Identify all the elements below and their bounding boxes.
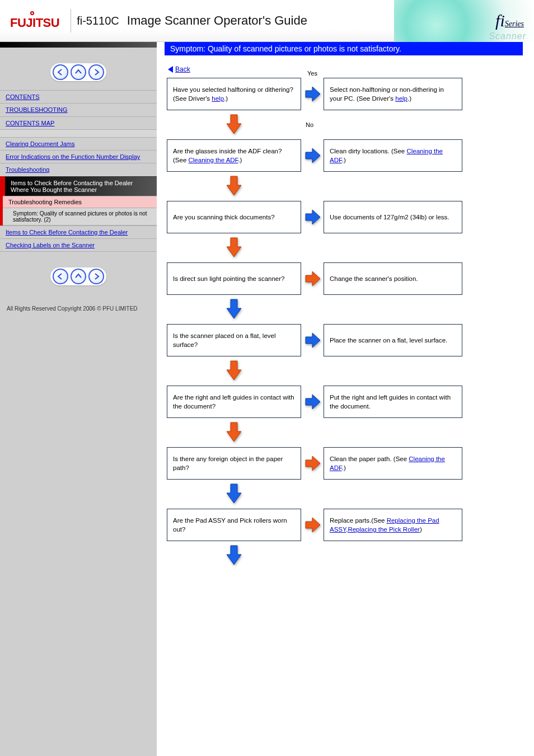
flow-v-arrow-cell (167, 480, 301, 509)
flow-answer-box: Put the right and left guides in contact… (324, 386, 462, 418)
flow-v-arrow-cell (167, 172, 301, 201)
arrow-right-orange-icon (305, 454, 320, 473)
flow-v-arrow-row (167, 418, 523, 447)
header-right-graphic: fiSeries Scanner (394, 0, 534, 42)
sidebar-item[interactable]: Items to Check Before Contacting the Dea… (0, 226, 157, 238)
nav-buttons-top (0, 48, 157, 90)
nav-up-button-bottom[interactable] (71, 269, 86, 284)
flow-v-arrow-row (167, 541, 523, 570)
sidebar-item[interactable]: TROUBLESHOOTING (0, 103, 157, 116)
flow-question-box: Are the glasses inside the ADF clean? (S… (167, 139, 301, 172)
nav-prev-button-bottom[interactable] (53, 269, 68, 284)
nav-button-group-bottom (50, 267, 106, 285)
flow-answer-box: Clean dirty locations. (See Cleaning the… (324, 139, 462, 172)
flow-question-box: Are you scanning thick documents? (167, 201, 301, 233)
sidebar-spacer (0, 129, 157, 137)
sidebar-item[interactable]: Troubleshooting (0, 163, 157, 176)
arrow-down-orange-icon (224, 237, 243, 259)
flow-step-row: Are the glasses inside the ADF clean? (S… (167, 139, 523, 172)
flow-answer-box: Use documents of 127g/m2 (34lb) or less. (324, 201, 462, 233)
arrow-down-orange-icon (224, 175, 243, 198)
main-content: Symptom: Quality of scanned pictures or … (157, 42, 534, 756)
arrow-right-blue-icon (305, 208, 320, 227)
sidebar-item[interactable]: Clearing Document Jams (0, 137, 157, 150)
nav-prev-button[interactable] (53, 64, 68, 80)
flow-v-arrow-cell (167, 295, 301, 324)
page-title-bar: Symptom: Quality of scanned pictures or … (165, 42, 523, 55)
no-label (301, 356, 318, 386)
nav-up-button[interactable] (71, 64, 86, 80)
flow-answer-box: Replace parts.(See Replacing the Pad ASS… (324, 509, 462, 541)
inline-link[interactable]: Cleaning the ADF (330, 148, 443, 163)
no-label (301, 295, 318, 324)
inline-link[interactable]: Cleaning the ADF (189, 157, 238, 163)
app-header: FUJITSU fi-5110C Image Scanner Operator'… (0, 0, 534, 42)
arrow-down-blue-icon (224, 298, 243, 321)
nav-next-button[interactable] (88, 64, 104, 80)
flow-v-arrow-cell (167, 356, 301, 386)
no-label (301, 541, 318, 570)
sidebar-item[interactable]: Checking Labels on the Scanner (0, 238, 157, 252)
flow-h-arrow-cell (305, 447, 320, 480)
inline-link[interactable]: Cleaning the ADF (330, 456, 445, 471)
no-label (301, 480, 318, 509)
flow-question-box: Are the right and left guides in contact… (167, 386, 301, 418)
flow-step-row: Is the scanner placed on a flat, level s… (167, 324, 523, 356)
flow-step-row: Are the Pad ASSY and Pick rollers worn o… (167, 509, 523, 541)
arrow-right-blue-icon (305, 84, 320, 104)
arrow-down-orange-icon (224, 114, 243, 136)
flow-h-arrow-cell (305, 262, 320, 295)
flow-h-arrow-cell: Yes (305, 78, 320, 110)
header-separator (71, 9, 71, 32)
arrow-down-orange-icon (224, 421, 243, 444)
sidebar-item[interactable]: CONTENTS (0, 90, 157, 103)
sidebar-subsection[interactable]: Symptom: Quality of scanned pictures or … (3, 208, 157, 226)
nav-button-group (50, 63, 106, 81)
no-label (301, 172, 318, 201)
sidebar-item[interactable]: Error Indications on the Function Number… (0, 150, 157, 163)
flow-v-arrow-cell (167, 541, 301, 570)
flow-step-row: Are you scanning thick documents? Use do… (167, 201, 523, 233)
arrow-right-icon (93, 273, 100, 280)
sidebar-item[interactable]: CONTENTS MAP (0, 116, 157, 129)
scanner-word: Scanner (489, 31, 526, 41)
yes-label: Yes (307, 70, 317, 77)
model-text: fi-5110C (77, 15, 119, 27)
flow-v-arrow-row (167, 295, 523, 324)
back-link-row: Back (168, 65, 523, 73)
flow-v-arrow-row (167, 356, 523, 386)
flow-question-box: Are the Pad ASSY and Pick rollers worn o… (167, 509, 301, 541)
sidebar: CONTENTSTROUBLESHOOTINGCONTENTS MAP Clea… (0, 42, 157, 756)
no-label (301, 233, 318, 262)
arrow-right-orange-icon (305, 269, 320, 288)
flow-v-arrow-cell (167, 110, 301, 139)
nav-next-button-bottom[interactable] (88, 269, 104, 284)
inline-link[interactable]: help (395, 95, 407, 102)
arrow-left-icon (57, 273, 64, 280)
flow-h-arrow-cell (305, 386, 320, 418)
arrow-up-icon (75, 273, 82, 280)
back-triangle-icon (168, 66, 173, 73)
flow-question-box: Is there any foreign object in the paper… (167, 447, 301, 480)
arrow-right-blue-icon (305, 146, 320, 165)
brand-text: FUJITSU (10, 16, 59, 30)
flow-h-arrow-cell (305, 139, 320, 172)
sidebar-current-item[interactable]: Troubleshooting Remedies (3, 196, 157, 208)
inline-link[interactable]: Replacing the Pick Roller (348, 526, 419, 533)
current-section-wrap: Items to Check Before Contacting the Dea… (0, 176, 157, 226)
nav-buttons-bottom (0, 252, 157, 294)
sidebar-section-header: Items to Check Before Contacting the Dea… (3, 176, 157, 196)
flow-h-arrow-cell (305, 509, 320, 541)
flow-v-arrow-row (167, 233, 523, 262)
flow-step-row: Is there any foreign object in the paper… (167, 447, 523, 480)
flow-h-arrow-cell (305, 324, 320, 356)
fi-text: fi (495, 11, 505, 30)
arrow-right-blue-icon (305, 392, 320, 411)
flow-question-box: Is direct sun light pointing the scanner… (167, 262, 301, 295)
arrow-right-orange-icon (305, 515, 320, 534)
flow-h-arrow-cell (305, 201, 320, 233)
back-link[interactable]: Back (175, 65, 190, 73)
inline-link[interactable]: help (212, 95, 224, 102)
flow-question-box: Have you selected halftoning or ditherin… (167, 78, 301, 110)
arrow-down-orange-icon (224, 360, 243, 382)
